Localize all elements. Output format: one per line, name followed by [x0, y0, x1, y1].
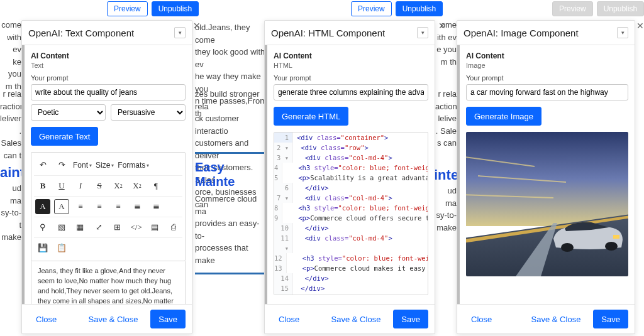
- subscript-icon[interactable]: X2: [111, 178, 126, 193]
- unpublish-button[interactable]: Unpublish: [152, 1, 199, 16]
- close-button[interactable]: Close: [271, 310, 307, 328]
- number-list-icon[interactable]: ≣: [148, 199, 164, 214]
- top-buttons-2: Preview Unpublish: [351, 1, 443, 16]
- panel-title: OpenAI: Text Component: [28, 28, 134, 38]
- panel-footer: Close Save & Close Save: [22, 304, 192, 333]
- code-editor[interactable]: 1<div class="container">2 ▾ <div class="…: [274, 132, 428, 295]
- panel-title: OpenAI: HTML Component: [271, 28, 385, 38]
- svg-rect-0: [466, 132, 628, 226]
- code-line[interactable]: 11 ▾ <div class="col-md-4">: [274, 233, 428, 253]
- bold-icon[interactable]: B: [35, 178, 50, 193]
- panel-header: OpenAI: Image Component ▾: [457, 21, 635, 45]
- align-left-icon[interactable]: ≡: [73, 199, 88, 214]
- style-row: Poetic Persuasive: [31, 104, 186, 121]
- media-icon[interactable]: ▦: [73, 220, 88, 235]
- code-line[interactable]: 9 <p>Commerce cloud offers secure transa: [274, 213, 428, 223]
- unpublish-button[interactable]: Unpublish: [396, 1, 443, 16]
- superscript-icon[interactable]: X2: [130, 178, 145, 193]
- preview-button[interactable]: Preview: [351, 1, 392, 16]
- redo-icon[interactable]: ↷: [54, 158, 69, 173]
- table-icon[interactable]: ▤: [148, 220, 163, 235]
- close-icon[interactable]: ✕: [193, 21, 201, 30]
- generated-image: [466, 132, 628, 276]
- italic-icon[interactable]: I: [73, 178, 88, 193]
- prompt-input[interactable]: [31, 84, 186, 100]
- link-icon[interactable]: ⚲: [35, 220, 50, 235]
- textcolor-icon[interactable]: A: [35, 199, 50, 214]
- unpublish-button-disabled: Unpublish: [597, 1, 644, 16]
- panel-footer: Close Save & Close Save: [457, 304, 635, 333]
- paragraph-icon[interactable]: ¶: [148, 178, 164, 193]
- panel-body: AI Content HTML Your prompt Generate HTM…: [265, 45, 435, 304]
- collapse-caret[interactable]: ▾: [174, 27, 186, 38]
- align-center-icon[interactable]: ≡: [92, 199, 107, 214]
- insert-icon[interactable]: ⊞: [110, 220, 125, 235]
- code-line[interactable]: 5 <p>Scalability is a great advantage of: [274, 173, 428, 183]
- code-line[interactable]: 12 <h3 style="color: blue; font-weight: …: [274, 253, 428, 263]
- collapse-caret[interactable]: ▾: [617, 27, 628, 38]
- save-button[interactable]: Save: [150, 310, 186, 328]
- prompt-input[interactable]: [274, 84, 428, 100]
- generate-html-button[interactable]: Generate HTML: [274, 107, 348, 126]
- bg-text: r relaactionlelive. Sales can: [435, 88, 457, 149]
- expand-icon[interactable]: ⤢: [91, 220, 106, 235]
- code-line[interactable]: 16</div>: [274, 293, 428, 295]
- generate-image-button[interactable]: Generate Image: [466, 107, 541, 126]
- bg-headline: inte: [434, 165, 458, 185]
- code-line[interactable]: 1<div class="container">: [274, 133, 428, 143]
- close-icon[interactable]: ✕: [636, 21, 644, 30]
- print-icon[interactable]: ⎙: [166, 220, 181, 235]
- save-button[interactable]: Save: [593, 310, 628, 328]
- save-icon[interactable]: 💾: [35, 241, 50, 256]
- code-line[interactable]: 10 </div>: [274, 223, 428, 233]
- bg-headline: Easy Mainte: [195, 160, 264, 189]
- prompt-label: Your prompt: [466, 74, 628, 82]
- top-buttons-3: Preview Unpublish: [552, 1, 644, 16]
- close-icon[interactable]: ✕: [438, 21, 446, 30]
- prompt-label: Your prompt: [274, 74, 428, 82]
- image-icon[interactable]: ▧: [54, 220, 69, 235]
- save-close-button[interactable]: Save & Close: [324, 310, 389, 328]
- clipboard-icon[interactable]: 📋: [54, 241, 69, 256]
- save-button[interactable]: Save: [393, 310, 428, 328]
- code-line[interactable]: 2 ▾ <div class="row">: [274, 143, 428, 153]
- code-line[interactable]: 15 </div>: [274, 283, 428, 293]
- font-dropdown[interactable]: Font▾: [73, 158, 92, 173]
- prompt-input[interactable]: [466, 84, 628, 100]
- save-close-button[interactable]: Save & Close: [81, 310, 146, 328]
- generate-text-button[interactable]: Generate Text: [31, 127, 98, 146]
- underline-icon[interactable]: U: [54, 178, 69, 193]
- panel-header: OpenAI: HTML Component ▾: [265, 21, 435, 45]
- code-line[interactable]: 8 <h3 style="color: blue; font-weight: b: [274, 203, 428, 213]
- code-icon[interactable]: </>: [129, 220, 144, 235]
- code-line[interactable]: 6 </div>: [274, 183, 428, 193]
- code-line[interactable]: 7 ▾ <div class="col-md-4">: [274, 193, 428, 203]
- code-line[interactable]: 13 <p>Commerce cloud makes it easy to ma…: [274, 263, 428, 273]
- section-label: AI Content: [31, 51, 186, 60]
- size-dropdown[interactable]: Size▾: [96, 158, 114, 173]
- strike-icon[interactable]: S: [92, 178, 107, 193]
- bg-text: ud masy-to-t make: [0, 182, 21, 244]
- code-line[interactable]: 3 ▾ <div class="col-md-4">: [274, 153, 428, 163]
- style-select[interactable]: Persuasive: [111, 104, 186, 121]
- close-button[interactable]: Close: [464, 310, 499, 328]
- panel-text-component: OpenAI: Text Component ▾ AI Content Text…: [21, 20, 192, 334]
- panel-footer: Close Save & Close Save: [265, 304, 435, 333]
- code-line[interactable]: 4 <h3 style="color: blue; font-weight: b: [274, 163, 428, 173]
- undo-icon[interactable]: ↶: [35, 158, 50, 173]
- save-close-button[interactable]: Save & Close: [524, 310, 589, 328]
- close-button[interactable]: Close: [28, 310, 64, 328]
- collapse-caret[interactable]: ▾: [417, 27, 428, 38]
- preview-button[interactable]: Preview: [107, 1, 148, 16]
- rte-output[interactable]: Jeans, they fit like a glove,And they ne…: [31, 261, 186, 304]
- code-line[interactable]: 14 </div>: [274, 273, 428, 283]
- tone-select[interactable]: Poetic: [31, 104, 106, 121]
- type-label: HTML: [274, 62, 428, 69]
- top-buttons-1: Preview Unpublish: [107, 1, 199, 16]
- align-right-icon[interactable]: ≡: [111, 199, 126, 214]
- bgcolor-icon[interactable]: A: [54, 199, 69, 214]
- preview-button-disabled: Preview: [552, 1, 593, 16]
- bullet-list-icon[interactable]: ≣: [130, 199, 145, 214]
- bg-text: ud masy-to-make: [435, 185, 457, 234]
- formats-dropdown[interactable]: Formats▾: [118, 158, 149, 173]
